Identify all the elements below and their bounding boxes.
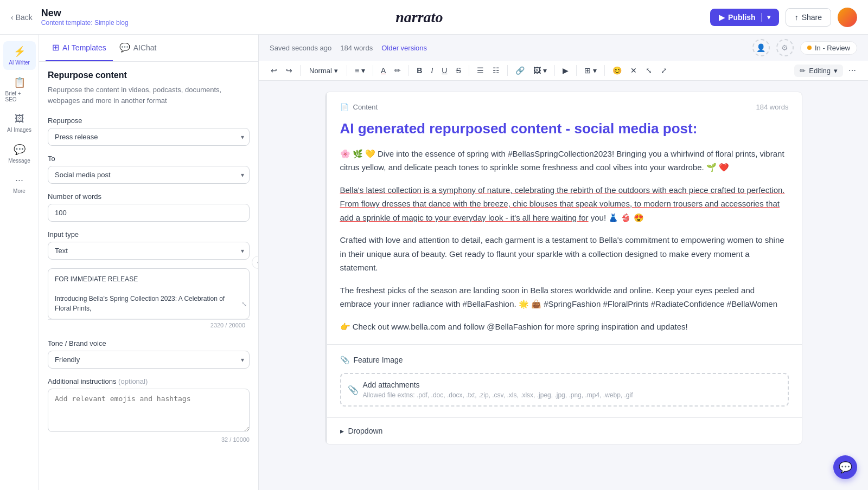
underline-button[interactable]: U bbox=[438, 64, 450, 77]
font-color-button[interactable]: A bbox=[378, 64, 389, 77]
sidebar-item-brief-seo[interactable]: 📋 Brief + SEO bbox=[3, 72, 36, 107]
link-button[interactable]: 🔗 bbox=[512, 64, 528, 77]
sidebar-label-more: More bbox=[13, 188, 25, 194]
chat-fab-icon: 💬 bbox=[839, 461, 852, 474]
content-para-3: Crafted with love and attention to detai… bbox=[340, 233, 789, 275]
emoji-button[interactable]: 😊 bbox=[609, 64, 625, 77]
tone-select[interactable]: Friendly Professional Casual bbox=[48, 351, 250, 369]
align-button[interactable]: ≡ ▾ bbox=[352, 64, 368, 77]
to-select[interactable]: Social media post Blog post Press releas… bbox=[48, 166, 250, 184]
italic-button[interactable]: I bbox=[427, 64, 436, 77]
review-status-label: In - Review bbox=[815, 44, 850, 52]
chat-icon: 💬 bbox=[119, 42, 130, 53]
doc-template-link[interactable]: Simple blog bbox=[94, 19, 129, 27]
tab-ai-chat-label: AIChat bbox=[133, 43, 157, 52]
undo-button[interactable]: ↩ bbox=[267, 64, 280, 77]
toolbar-separator-9 bbox=[604, 65, 605, 76]
topbar-right: ▶ Publish ▾ ↑ Share bbox=[710, 8, 857, 27]
grid-icon: ⊞ bbox=[52, 42, 59, 53]
app-logo: narrato bbox=[395, 9, 443, 26]
back-button[interactable]: ‹ Back bbox=[11, 13, 33, 22]
table-button[interactable]: ⊞ ▾ bbox=[581, 64, 600, 77]
input-type-select[interactable]: Text URL File bbox=[48, 242, 250, 260]
user-avatar[interactable] bbox=[838, 8, 857, 27]
fullscreen-button[interactable]: ⤢ bbox=[658, 64, 671, 77]
tone-group: Tone / Brand voice Friendly Professional… bbox=[48, 339, 250, 369]
back-chevron-icon: ‹ bbox=[11, 13, 14, 22]
repurpose-select-wrapper: Press release Blog post Social media pos… bbox=[48, 128, 250, 146]
content-section-title: 📄 Content bbox=[340, 103, 378, 111]
clear-format-button[interactable]: ✕ bbox=[627, 64, 640, 77]
chat-fab-button[interactable]: 💬 bbox=[833, 455, 857, 479]
play-button[interactable]: ▶ bbox=[559, 64, 572, 77]
bullet-list-button[interactable]: ☰ bbox=[474, 64, 487, 77]
format-chevron-icon: ▾ bbox=[334, 67, 338, 75]
input-type-group: Input type Text URL File ▾ bbox=[48, 230, 250, 260]
resize-handle-icon[interactable]: ⤡ bbox=[241, 300, 247, 308]
sidebar-item-ai-writer[interactable]: ⚡ AI Writer bbox=[3, 41, 36, 70]
sidebar-label-brief-seo: Brief + SEO bbox=[5, 91, 34, 102]
tab-ai-templates[interactable]: ⊞ AI Templates bbox=[46, 35, 113, 61]
feature-image-section: 📎 Feature Image 📎 Add attachments Allowe… bbox=[326, 344, 802, 417]
breakdown-collapse-icon: ▸ bbox=[340, 427, 344, 435]
sidebar-item-message[interactable]: 💬 Message bbox=[3, 139, 36, 168]
panel-tabs: ⊞ AI Templates 💬 AIChat bbox=[39, 35, 258, 62]
input-content-area: FOR IMMEDIATE RELEASEIntroducing Bella's… bbox=[48, 268, 250, 319]
section-desc: Repurpose the content in videos, podcast… bbox=[48, 85, 250, 106]
image-insert-button[interactable]: 🖼 ▾ bbox=[530, 64, 550, 77]
breakdown-header[interactable]: ▸ Dropdown bbox=[340, 427, 789, 435]
content-para-2-normal: you! 👗 👙 😍 bbox=[589, 213, 644, 222]
publish-divider bbox=[761, 13, 762, 22]
repurpose-select[interactable]: Press release Blog post Social media pos… bbox=[48, 128, 250, 146]
sidebar-item-ai-images[interactable]: 🖼 AI Images bbox=[3, 109, 36, 137]
add-attachments-info: Add attachments Allowed file extns: .pdf… bbox=[363, 381, 633, 399]
editing-chevron-icon: ▾ bbox=[834, 67, 838, 75]
more-options-button[interactable]: ⋯ bbox=[845, 64, 859, 77]
main-layout: ⚡ AI Writer 📋 Brief + SEO 🖼 AI Images 💬 … bbox=[0, 35, 868, 490]
strikethrough-button[interactable]: S bbox=[452, 64, 464, 77]
words-input[interactable] bbox=[48, 204, 250, 222]
bold-button[interactable]: B bbox=[413, 64, 425, 77]
word-count-status: 184 words bbox=[340, 44, 373, 52]
document: 📄 Content 184 words AI generated repurpo… bbox=[325, 92, 802, 444]
toolbar-separator-4 bbox=[409, 65, 409, 76]
share-button[interactable]: ↑ Share bbox=[786, 8, 831, 27]
numbered-list-button[interactable]: ☷ bbox=[489, 64, 503, 77]
content-area: Saved seconds ago 184 words Older versio… bbox=[259, 35, 868, 490]
input-content-text[interactable]: FOR IMMEDIATE RELEASEIntroducing Bella's… bbox=[48, 269, 249, 319]
icon-rail: ⚡ AI Writer 📋 Brief + SEO 🖼 AI Images 💬 … bbox=[0, 35, 39, 490]
add-attachments-area[interactable]: 📎 Add attachments Allowed file extns: .p… bbox=[340, 373, 789, 407]
additional-counter: 32 / 10000 bbox=[48, 436, 250, 443]
review-status-badge[interactable]: In - Review bbox=[800, 41, 857, 55]
content-section-icon: 📄 bbox=[340, 103, 349, 111]
content-section-header: 📄 Content 184 words bbox=[340, 103, 789, 111]
status-bar: Saved seconds ago 184 words Older versio… bbox=[259, 35, 868, 61]
tab-ai-chat[interactable]: 💬 AIChat bbox=[113, 35, 163, 61]
redo-button[interactable]: ↪ bbox=[283, 64, 296, 77]
to-group: To Social media post Blog post Press rel… bbox=[48, 154, 250, 184]
collapse-button[interactable]: ⤡ bbox=[642, 64, 655, 77]
doc-info: New Content template: Simple blog bbox=[41, 8, 129, 27]
topbar-left: ‹ Back New Content template: Simple blog bbox=[11, 8, 129, 27]
sidebar-label-ai-images: AI Images bbox=[7, 127, 31, 133]
content-para-5: 👉 Check out www.bella.com and follow @Be… bbox=[340, 320, 789, 334]
input-type-label: Input type bbox=[48, 230, 250, 238]
status-left: Saved seconds ago 184 words Older versio… bbox=[270, 44, 427, 52]
older-versions-link[interactable]: Older versions bbox=[381, 44, 427, 52]
more-icon: ··· bbox=[15, 175, 23, 186]
toolbar-separator-3 bbox=[373, 65, 373, 76]
image-icon: 🖼 bbox=[15, 113, 24, 125]
content-para-1: 🌸 🌿 💛 Dive into the essence of spring wi… bbox=[340, 147, 789, 175]
highlight-button[interactable]: ✏ bbox=[391, 64, 404, 77]
share-label: Share bbox=[802, 13, 822, 22]
additional-textarea[interactable] bbox=[48, 389, 250, 432]
publish-button[interactable]: ▶ Publish ▾ bbox=[710, 9, 779, 26]
additional-group: Additional instructions (optional) 32 / … bbox=[48, 377, 250, 443]
sidebar-item-more[interactable]: ··· More bbox=[3, 170, 36, 198]
input-content-group: FOR IMMEDIATE RELEASEIntroducing Bella's… bbox=[48, 268, 250, 331]
feature-image-header: 📎 Feature Image bbox=[340, 356, 789, 364]
format-dropdown[interactable]: Normal ▾ bbox=[305, 65, 342, 77]
content-para-2: Bella's latest collection is a symphony … bbox=[340, 183, 789, 225]
gear-settings-icon[interactable]: ⚙ bbox=[776, 39, 794, 56]
breakdown-label: Dropdown bbox=[348, 427, 383, 435]
